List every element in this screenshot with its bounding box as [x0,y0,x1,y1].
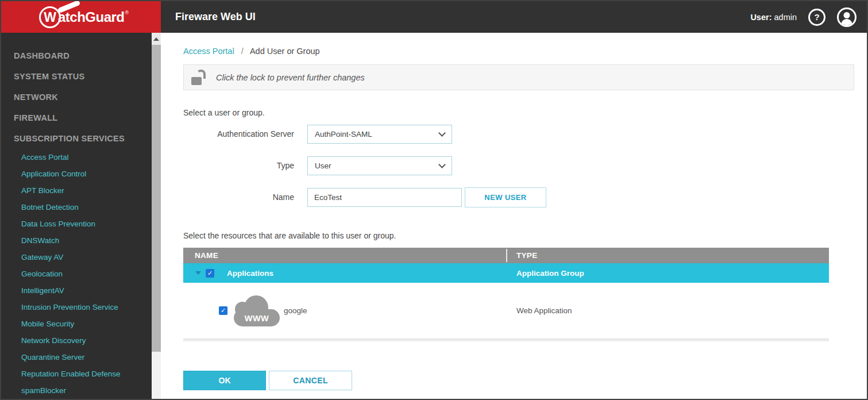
select-user-section-label: Select a user or group. [183,108,265,117]
scrollbar-up-arrow-icon[interactable] [152,33,161,45]
sidebar-item-access-portal[interactable]: Access Portal [1,149,152,166]
type-select[interactable]: User [307,156,452,175]
sidebar-item-subscription-services[interactable]: SUBSCRIPTION SERVICES [1,128,152,149]
lock-notice-bar: Click the lock to prevent further change… [183,64,854,90]
watchguard-logo: W atchGuard ® [39,6,129,29]
auth-server-select[interactable]: AuthPoint-SAML [307,125,452,144]
ok-button[interactable]: OK [183,371,266,390]
table-row-applications[interactable]: Applications Application Group [183,263,829,283]
sidebar-item-intrusion-prevention-service[interactable]: Intrusion Prevention Service [1,299,152,316]
type-label: Type [183,156,294,175]
breadcrumb: Access Portal / Add User or Group [183,47,320,56]
sidebar-item-system-status[interactable]: SYSTEM STATUS [1,66,152,87]
type-value: User [315,161,439,170]
sidebar-item-intelligentav[interactable]: IntelligentAV [1,282,152,299]
table-bottom-strip [183,339,829,341]
sidebar-item-mobile-security[interactable]: Mobile Security [1,316,152,332]
name-label: Name [183,188,294,207]
sidebar-item-application-control[interactable]: Application Control [1,166,152,182]
logo-text: atchGuard [58,9,125,25]
table-header-row: NAME TYPE [183,248,829,263]
sidebar-item-firewall[interactable]: FIREWALL [1,107,152,128]
resources-table: NAME TYPE Applications Application Group… [183,248,829,341]
breadcrumb-separator: / [241,47,244,56]
header-right-cluster: User: admin ? [750,1,857,33]
sidebar-item-dashboard[interactable]: DASHBOARD [1,45,152,66]
breadcrumb-current: Add User or Group [250,47,320,56]
cloud-www-text: WWW [234,314,280,323]
logged-in-user: User: admin [750,13,797,22]
main-content: Access Portal / Add User or Group Click … [161,33,867,399]
user-label: User: [750,13,771,22]
sidebar-item-data-loss-prevention[interactable]: Data Loss Prevention [1,216,152,232]
new-user-button[interactable]: NEW USER [465,187,546,207]
google-checkbox[interactable] [219,306,227,315]
fireware-web-ui-window: W atchGuard ® Fireware Web UI User: admi… [0,0,868,400]
sidebar-item-quarantine-server[interactable]: Quarantine Server [1,349,152,366]
user-account-icon[interactable] [837,7,857,27]
www-cloud-icon: WWW [234,295,280,326]
name-input[interactable] [307,188,462,207]
sidebar-scrollbar[interactable] [152,33,161,399]
top-header-bar: W atchGuard ® Fireware Web UI User: admi… [1,1,867,33]
table-row-google[interactable]: WWW google Web Application [183,283,829,339]
open-lock-icon[interactable] [191,70,207,85]
sidebar-item-geolocation[interactable]: Geolocation [1,266,152,282]
sidebar-item-apt-blocker[interactable]: APT Blocker [1,182,152,199]
chevron-down-icon [438,129,446,137]
lock-body [191,77,202,85]
sidebar-item-botnet-detection[interactable]: Botnet Detection [1,199,152,216]
column-header-type: TYPE [516,251,537,260]
column-divider [506,249,507,262]
row-name: google [284,306,307,315]
watchguard-brand-block: W atchGuard ® [1,1,161,33]
select-resources-section-label: Select the resources that are available … [183,231,396,240]
page-title: Fireware Web UI [175,1,256,33]
row-type: Application Group [516,269,584,278]
chevron-down-icon [438,161,446,168]
sidebar-item-network-discovery[interactable]: Network Discovery [1,332,152,349]
help-icon[interactable]: ? [808,9,825,26]
registered-mark: ® [125,10,129,16]
sidebar-item-reputation-enabled-defense[interactable]: Reputation Enabled Defense [1,366,152,382]
expand-triangle-icon[interactable] [195,271,201,275]
scrollbar-thumb[interactable] [152,45,161,352]
auth-server-label: Authentication Server [183,125,294,144]
breadcrumb-access-portal-link[interactable]: Access Portal [183,47,234,56]
sidebar-item-spamblocker[interactable]: spamBlocker [1,382,152,399]
column-header-name: NAME [183,251,218,260]
lock-notice-text: Click the lock to prevent further change… [216,73,365,82]
user-name: admin [774,13,797,22]
cancel-button[interactable]: CANCEL [269,371,352,390]
sidebar-item-network[interactable]: NETWORK [1,87,152,107]
sidebar-nav: DASHBOARD SYSTEM STATUS NETWORK FIREWALL… [1,33,152,399]
sidebar-item-gateway-av[interactable]: Gateway AV [1,249,152,266]
sidebar-item-dnswatch[interactable]: DNSWatch [1,232,152,249]
row-name: Applications [227,269,273,278]
auth-server-value: AuthPoint-SAML [315,130,439,139]
row-type: Web Application [516,306,572,315]
logo-w-circle-icon: W [39,6,61,28]
applications-checkbox[interactable] [206,269,214,278]
